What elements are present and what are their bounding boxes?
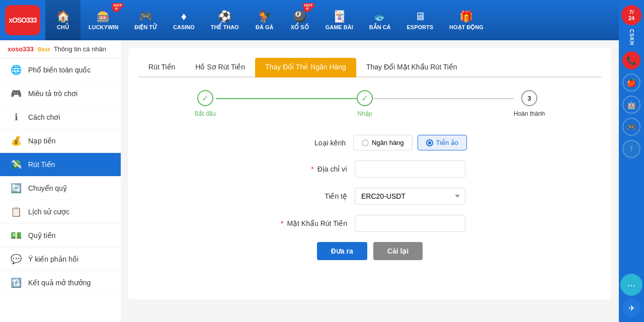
nav-item-xo-so[interactable]: 8 HOT 🎱 XỔ SỐ <box>282 0 317 40</box>
telegram-icon-btn[interactable]: ✈ <box>622 299 640 317</box>
mat-khau-label: * Mật Khẩu Rút Tiền <box>274 219 355 227</box>
luckywin-hot: HOT <box>112 3 123 8</box>
radio-ngan-hang-dot <box>362 139 369 146</box>
rut-tien-icon: 💸 <box>10 159 22 170</box>
nap-tien-icon: 💰 <box>10 135 22 146</box>
chat-bubble-btn[interactable]: ··· <box>620 274 642 296</box>
nav-item-game-bai[interactable]: 🃏 GAME BÀI <box>317 0 361 40</box>
step-2-circle: ✓ <box>357 90 373 106</box>
transfer-icon: 🔄 <box>10 183 22 194</box>
loai-kenh-label: Loại kênh <box>273 139 353 147</box>
sidebar-item-cach-choi[interactable]: ℹ Cách chơi <box>0 106 121 129</box>
game-bai-icon: 🃏 <box>333 10 346 23</box>
tab-ho-so[interactable]: Hồ Sơ Rút Tiền <box>185 58 255 77</box>
content-card: Rút Tiền Hồ Sơ Rút Tiền Thay Đổi Thẻ Ngâ… <box>128 48 611 299</box>
step-1-label: Bắt đầu <box>195 110 216 117</box>
dia-chi-vi-group: * Địa chỉ ví <box>138 160 601 178</box>
logo-text-xoso: xOSO333 <box>9 16 36 24</box>
globe-icon: 🌐 <box>10 64 22 75</box>
result-icon: 🔃 <box>10 277 22 288</box>
xo-so-icon: 🎱 <box>293 10 306 23</box>
ban-ca-icon: 🐟 <box>373 10 387 23</box>
esports-icon: 🖥 <box>415 10 426 23</box>
header: xOSO333 🏠 CHỦ 8 HOT 🎰 LUCKYWIN 🎮 ĐIỆN TỬ… <box>0 0 644 40</box>
nav-item-ban-ca[interactable]: 🐟 BẮN CÁ <box>361 0 399 40</box>
android-icon-btn[interactable]: 🤖 <box>622 96 640 114</box>
radio-tien-ao-dot <box>426 139 433 146</box>
steps-bar: ✓ Bắt đầu ✓ Nhập 3 Hoàn thành <box>138 90 601 117</box>
step-2-label: Nhập <box>357 110 372 117</box>
nav-item-casino[interactable]: ♦ CASINO <box>165 0 203 40</box>
apple-icon-btn[interactable]: 🍎 <box>622 73 640 92</box>
sidebar-item-mieu-ta[interactable]: 🎮 Miêu tả trò chơi <box>0 82 121 106</box>
sidebar-item-pho-bien[interactable]: 🌐 Phổ biến toàn quốc <box>0 58 121 82</box>
dia-chi-vi-label: * Địa chỉ ví <box>274 165 355 173</box>
sidebar-item-quy-tien[interactable]: 💵 Quỹ tiền <box>0 224 121 248</box>
nav-item-luckywin[interactable]: 8 HOT 🎰 LUCKYWIN <box>80 0 126 40</box>
tien-te-label: Tiền tệ <box>274 192 355 200</box>
nav-item-da-ga[interactable]: 🐓 ĐÁ GÀ <box>247 0 282 40</box>
logo-area[interactable]: xOSO333 <box>0 0 45 40</box>
sidebar-item-rut-tien[interactable]: 💸 Rút Tiền <box>0 153 121 177</box>
sidebar-item-ket-qua[interactable]: 🔃 Kết quả mở thưởng <box>0 271 121 295</box>
nav-item-esports[interactable]: 🖥 ESPORTS <box>399 0 442 40</box>
nav-item-dien-tu[interactable]: 🎮 ĐIỆN TỬ <box>126 0 165 40</box>
tab-thay-doi-mat-khau[interactable]: Thay Đổi Mật Khẩu Rút Tiền <box>356 58 467 77</box>
sidebar-item-nap-tien[interactable]: 💰 Nạp tiền <box>0 129 121 153</box>
main-nav: 🏠 CHỦ 8 HOT 🎰 LUCKYWIN 🎮 ĐIỆN TỬ ♦ CASIN… <box>45 0 644 40</box>
sidebar-item-lich-su[interactable]: 📋 Lịch sử cược <box>0 200 121 224</box>
nav-item-chu[interactable]: 🏠 CHỦ <box>45 0 80 40</box>
channel-radio-group: Ngân hàng Tiền ảo <box>353 135 467 150</box>
the-thao-icon: ⚽ <box>218 10 231 23</box>
info-icon: ℹ <box>10 112 22 123</box>
step-line-1 <box>216 98 357 99</box>
hoat-dong-icon: 🎁 <box>459 10 473 23</box>
mat-khau-input[interactable] <box>355 215 465 232</box>
radio-ngan-hang[interactable]: Ngân hàng <box>353 135 413 150</box>
step-hoan-thanh: 3 Hoàn thành <box>514 90 545 117</box>
loai-kenh-group: Loại kênh Ngân hàng Tiền ảo <box>138 135 601 150</box>
step-3-label: Hoàn thành <box>514 110 545 117</box>
radio-tien-ao[interactable]: Tiền ảo <box>418 135 467 150</box>
step-bat-dau: ✓ Bắt đầu <box>195 90 216 117</box>
sidebar-item-y-kien[interactable]: 💬 Ý kiến phản hồi <box>0 248 121 271</box>
reset-button[interactable]: Cài lại <box>373 242 423 260</box>
sidebar-info-label: Thông tin cá nhân <box>54 45 106 53</box>
submit-button[interactable]: Đưa ra <box>317 242 367 260</box>
main-content: Rút Tiền Hồ Sơ Rút Tiền Thay Đổi Thẻ Ngâ… <box>121 40 619 322</box>
tab-thay-doi-the[interactable]: Thay Đổi Thẻ Ngân Hàng <box>255 58 356 77</box>
history-icon: 📋 <box>10 206 22 217</box>
home-icon: 🏠 <box>56 10 70 23</box>
nav-item-hoat-dong[interactable]: 🎁 HOẠT ĐỘNG <box>441 0 492 40</box>
game-icon-btn[interactable]: 🎮 <box>622 118 640 136</box>
sidebar-username: xoso333 <box>8 45 34 53</box>
nav-item-the-thao[interactable]: ⚽ THỂ THAO <box>203 0 247 40</box>
support-24-button[interactable]: 7/24 <box>621 5 641 25</box>
xo-so-hot: HOT <box>303 3 314 8</box>
facebook-icon-btn[interactable]: f <box>622 140 640 158</box>
mat-khau-group: * Mật Khẩu Rút Tiền <box>138 215 601 232</box>
da-ga-icon: 🐓 <box>258 10 271 23</box>
casino-icon: ♦ <box>181 10 187 23</box>
sidebar-item-chuyen-quy[interactable]: 🔄 Chuyển quỹ <box>0 177 121 200</box>
sidebar-user-area: xoso333 Best Thông tin cá nhân <box>0 40 121 58</box>
cskh-label: CSKH <box>629 29 634 45</box>
tab-rut-tien[interactable]: Rút Tiền <box>138 58 185 77</box>
tien-te-group: Tiền tệ ERC20-USDT TRC20-USDT BTC ETH <box>138 188 601 205</box>
sidebar-username-suffix: Best <box>38 46 50 52</box>
step-1-circle: ✓ <box>197 90 213 106</box>
dia-chi-vi-input[interactable] <box>355 160 465 178</box>
step-nhap: ✓ Nhập <box>357 90 373 117</box>
phone-icon-btn[interactable]: 📞 <box>622 51 640 69</box>
tab-bar: Rút Tiền Hồ Sơ Rút Tiền Thay Đổi Thẻ Ngâ… <box>138 58 601 77</box>
sidebar: xoso333 Best Thông tin cá nhân 🌐 Phổ biế… <box>0 40 121 322</box>
step-line-2 <box>373 98 514 99</box>
required-star-1: * <box>311 165 313 173</box>
game-controller-icon: 🎮 <box>10 88 22 99</box>
luckywin-icon: 🎰 <box>97 10 110 23</box>
feedback-icon: 💬 <box>10 254 22 265</box>
form-buttons: Đưa ra Cài lại <box>138 242 601 260</box>
right-panel: 7/24 CSKH 📞 🍎 🤖 🎮 f ··· ✈ <box>619 0 644 322</box>
tien-te-select[interactable]: ERC20-USDT TRC20-USDT BTC ETH <box>355 188 465 205</box>
logo: xOSO333 <box>5 5 40 35</box>
